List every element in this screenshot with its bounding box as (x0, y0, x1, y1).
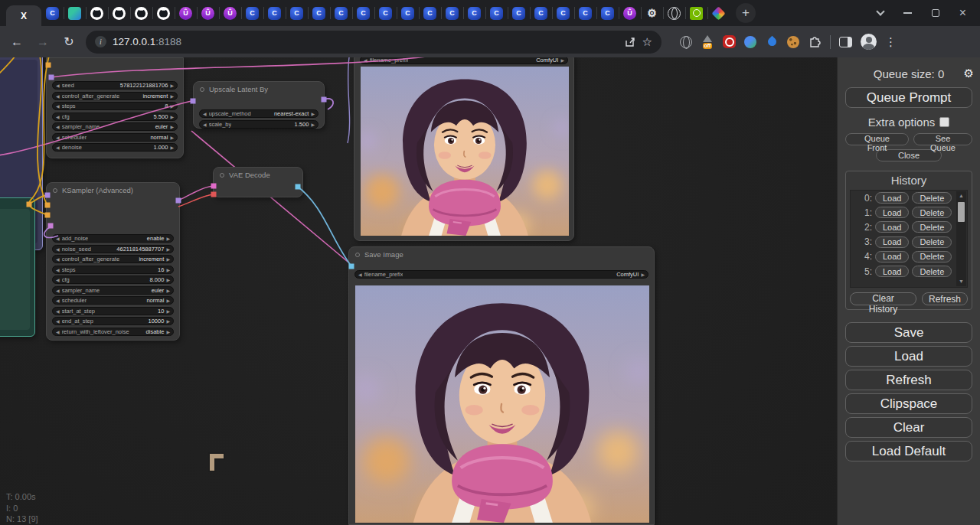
history-load-button[interactable]: Load (875, 207, 909, 218)
extra-options-checkbox[interactable] (939, 117, 949, 127)
arrow-right-icon[interactable]: ▶ (166, 308, 170, 314)
comfy-tab[interactable]: C (330, 0, 352, 26)
history-load-button[interactable]: Load (875, 236, 909, 248)
blue-globe-extension-icon[interactable] (744, 36, 756, 48)
arrow-left-icon[interactable]: ◀ (56, 298, 60, 303)
arrow-right-icon[interactable]: ▶ (170, 124, 174, 129)
arrow-left-icon[interactable]: ◀ (56, 114, 60, 119)
widget-steps[interactable]: ◀steps8▶ (52, 102, 178, 110)
arrow-left-icon[interactable]: ◀ (56, 93, 60, 99)
arrow-left-icon[interactable]: ◀ (56, 246, 60, 252)
history-delete-button[interactable]: Delete (912, 207, 952, 218)
arrow-left-icon[interactable]: ◀ (56, 135, 60, 140)
arrow-right-icon[interactable]: ▶ (560, 57, 564, 63)
widget-sampler_name[interactable]: ◀sampler_nameeuler▶ (52, 286, 174, 295)
history-refresh-button[interactable]: Refresh (922, 292, 968, 305)
active-tab[interactable]: X (6, 5, 41, 26)
arrow-left-icon[interactable]: ◀ (56, 124, 60, 129)
save-button[interactable]: Save (845, 322, 972, 343)
comfy-tab[interactable]: C (441, 0, 463, 26)
arrow-right-icon[interactable]: ▶ (166, 298, 170, 303)
widget-end_at_step[interactable]: ◀end_at_step10000▶ (52, 317, 174, 325)
arrow-right-icon[interactable]: ▶ (311, 111, 315, 116)
arrow-right-icon[interactable]: ▶ (170, 145, 174, 150)
refresh-button[interactable]: Refresh (845, 370, 972, 390)
load-default-button[interactable]: Load Default (845, 441, 972, 461)
comfy-tab[interactable]: C (530, 0, 552, 26)
tab-search-chevron-icon[interactable] (876, 7, 884, 15)
widget-scale_by[interactable]: ◀scale_by1.500▶ (199, 120, 318, 129)
history-delete-button[interactable]: Delete (912, 221, 952, 233)
history-load-button[interactable]: Load (875, 192, 909, 204)
scroll-down-icon[interactable]: ▼ (959, 277, 964, 286)
github-tab[interactable] (108, 0, 130, 26)
arrow-left-icon[interactable]: ◀ (56, 267, 60, 272)
comfy-tab[interactable]: C (552, 0, 574, 26)
widget-scheduler[interactable]: ◀schedulernormal▶ (52, 133, 178, 142)
widget-control_after_generate[interactable]: ◀control_after_generateincrement▶ (52, 255, 174, 263)
profile-avatar[interactable] (861, 34, 877, 50)
widget-cfg[interactable]: ◀cfg8.000▶ (52, 276, 174, 284)
minimize-button[interactable] (903, 12, 912, 14)
see-queue-button[interactable]: See Queue (913, 133, 972, 145)
arrow-right-icon[interactable]: ▶ (166, 329, 170, 334)
widget-filename_prefix[interactable]: ◀filename_prefixComfyUI▶ (354, 270, 648, 279)
comfy-tab[interactable]: C (508, 0, 530, 26)
arrow-right-icon[interactable]: ▶ (641, 272, 645, 277)
arrow-left-icon[interactable]: ◀ (56, 329, 60, 334)
vae-decode-node[interactable]: VAE Decode (213, 167, 303, 197)
arrow-right-icon[interactable]: ▶ (170, 83, 174, 88)
arrow-left-icon[interactable]: ◀ (203, 111, 207, 116)
arrow-right-icon[interactable]: ▶ (166, 267, 170, 272)
bookmark-star-icon[interactable]: ☆ (642, 35, 652, 49)
close-window-button[interactable]: × (959, 9, 966, 17)
comfy-tab[interactable]: C (263, 0, 286, 26)
drop-extension-icon[interactable] (765, 35, 779, 49)
widget-upscale_method[interactable]: ◀upscale_methodnearest-exact▶ (199, 109, 318, 118)
share-icon[interactable] (624, 36, 636, 48)
arrow-right-icon[interactable]: ▶ (311, 122, 315, 127)
comfy-tab[interactable]: C (397, 0, 419, 26)
widget-noise_seed[interactable]: ◀noise_seed462118145887707▶ (52, 245, 174, 253)
arrow-left-icon[interactable]: ◀ (56, 277, 60, 282)
globe-tab[interactable] (663, 0, 685, 26)
address-bar[interactable]: i 127.0.0.1:8188 ☆ (86, 31, 662, 54)
arrow-right-icon[interactable]: ▶ (166, 318, 170, 324)
forward-button[interactable]: → (34, 35, 52, 49)
comfy-tab[interactable]: C (374, 0, 397, 26)
github-tab[interactable] (130, 0, 152, 26)
reload-button[interactable]: ↻ (60, 34, 78, 49)
group-corner-marker[interactable] (209, 453, 224, 471)
upscale-latent-by-node[interactable]: Upscale Latent By ◀upscale_methodnearest… (193, 81, 325, 129)
queue-prompt-button[interactable]: Queue Prompt (845, 87, 972, 108)
arrow-left-icon[interactable]: ◀ (364, 57, 368, 63)
comfy-tab[interactable]: C (41, 0, 64, 26)
comfy-tab[interactable]: C (485, 0, 508, 26)
app-tab[interactable] (64, 0, 86, 26)
off-badge-extension-icon[interactable]: off (701, 35, 714, 49)
extensions-puzzle-icon[interactable] (808, 35, 822, 49)
ubadge-tab[interactable]: Û (175, 0, 197, 26)
side-panel-icon[interactable] (839, 37, 852, 47)
ksampler-node[interactable]: ◀seed578122121881706▶◀control_after_gene… (46, 57, 184, 158)
arrow-left-icon[interactable]: ◀ (56, 318, 60, 324)
history-scrollbar[interactable]: ▲ ▼ (956, 191, 966, 286)
clip-text-encode-negative-node[interactable]: w:0.5],utilated,limbs,, missing, necklac… (0, 197, 35, 337)
scroll-up-icon[interactable]: ▲ (959, 191, 964, 201)
clipspace-button[interactable]: Clipspace (845, 393, 972, 414)
settings-gear-icon[interactable]: ⚙ (964, 67, 974, 80)
clear-button[interactable]: Clear (845, 417, 972, 438)
site-info-icon[interactable]: i (95, 36, 106, 47)
github-tab[interactable] (86, 0, 108, 26)
arrow-left-icon[interactable]: ◀ (56, 145, 60, 150)
arrow-left-icon[interactable]: ◀ (358, 272, 362, 277)
widget-add_noise[interactable]: ◀add_noiseenable▶ (52, 234, 174, 243)
comfy-tab[interactable]: C (463, 0, 485, 26)
scroll-thumb[interactable] (958, 202, 965, 222)
ksampler-advanced-node[interactable]: KSampler (Advanced) ◀add_noiseenable▶◀no… (46, 182, 180, 341)
save-image-node-top[interactable]: ◀filename_prefixComfyUI▶ (354, 57, 574, 241)
arrow-right-icon[interactable]: ▶ (166, 256, 170, 262)
nvidia-tab[interactable] (685, 0, 707, 26)
negative-prompt-textarea[interactable]: w:0.5],utilated,limbs,, missing, necklac… (0, 209, 30, 330)
widget-sampler_name[interactable]: ◀sampler_nameeuler▶ (52, 122, 178, 131)
